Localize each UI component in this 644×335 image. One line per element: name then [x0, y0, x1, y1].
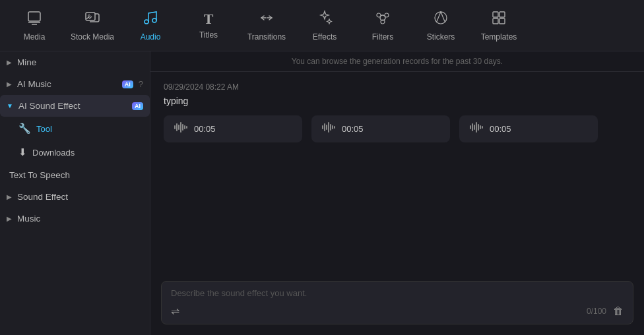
svg-rect-22 [326, 125, 327, 130]
svg-rect-0 [28, 12, 40, 21]
nav-filters[interactable]: Filters [354, 2, 412, 49]
svg-rect-23 [328, 122, 329, 133]
audio-card-3[interactable]: 00:05 [459, 115, 598, 142]
transitions-icon [259, 10, 274, 28]
svg-rect-31 [478, 124, 479, 131]
sound-description-input-box[interactable]: Describe the sound effect you want. ⇌ 0/… [161, 281, 633, 324]
music-chevron: ▶ [7, 215, 12, 222]
audio-icon [143, 10, 158, 28]
svg-rect-15 [178, 125, 179, 130]
ai-sound-effect-label: AI Sound Effect [18, 101, 127, 111]
media-icon [26, 10, 42, 28]
svg-point-6 [377, 13, 381, 17]
sidebar-item-downloads[interactable]: ⬇ Downloads [0, 140, 150, 164]
effects-icon [317, 10, 333, 28]
sidebar-item-tool[interactable]: 🔧 Tool [0, 117, 150, 140]
info-text: You can browse the generation records fo… [292, 57, 503, 66]
input-placeholder: Describe the sound effect you want. [171, 288, 624, 298]
svg-rect-21 [324, 123, 325, 131]
text-to-speech-label: Text To Speech [9, 170, 70, 180]
sidebar-item-mine[interactable]: ▶ Mine [0, 51, 150, 73]
svg-rect-11 [493, 18, 498, 24]
svg-rect-16 [180, 122, 181, 133]
waveform-icon-1 [174, 122, 187, 136]
audio-card-3-duration: 00:05 [490, 124, 511, 134]
stickers-icon [433, 10, 449, 28]
sidebar-item-ai-music[interactable]: ▶ AI Music AI ? [0, 73, 150, 95]
svg-rect-20 [322, 125, 323, 129]
stock-media-icon [84, 10, 100, 28]
nav-stock-media[interactable]: Stock Media [63, 2, 121, 49]
svg-rect-18 [184, 125, 185, 129]
sidebar: ▶ Mine ▶ AI Music AI ? ▼ AI Sound Effect… [0, 51, 150, 335]
nav-titles-label: Titles [199, 30, 218, 40]
nav-stickers-label: Stickers [427, 32, 455, 42]
nav-stickers[interactable]: Stickers [412, 2, 470, 49]
nav-audio-label: Audio [141, 32, 161, 42]
main-panel: You can browse the generation records fo… [150, 51, 644, 335]
svg-rect-1 [86, 13, 95, 20]
nav-effects-label: Effects [313, 32, 337, 42]
sound-effect-chevron: ▶ [7, 193, 12, 200]
mine-chevron: ▶ [7, 59, 12, 66]
timestamp: 09/29/2024 08:22 AM [164, 82, 631, 92]
svg-rect-25 [332, 125, 333, 129]
nav-titles[interactable]: T Titles [179, 2, 238, 49]
nav-audio[interactable]: Audio [121, 2, 179, 49]
audio-card-2[interactable]: 00:05 [311, 115, 450, 142]
ai-sound-chevron: ▼ [7, 102, 13, 109]
ai-sound-badge: AI [132, 102, 143, 110]
audio-card-1-duration: 00:05 [194, 124, 216, 134]
ai-music-label: AI Music [17, 79, 117, 89]
svg-point-2 [88, 15, 90, 16]
sidebar-item-text-to-speech[interactable]: Text To Speech [0, 164, 150, 186]
svg-point-3 [145, 20, 148, 24]
filters-icon [375, 10, 391, 28]
mine-label: Mine [17, 57, 143, 67]
svg-rect-32 [480, 125, 481, 129]
tool-label: Tool [36, 124, 52, 134]
nav-filters-label: Filters [372, 32, 394, 42]
svg-rect-30 [476, 122, 477, 133]
trash-icon[interactable]: 🗑 [613, 305, 624, 317]
svg-rect-14 [176, 123, 177, 131]
templates-icon [491, 10, 507, 28]
svg-rect-33 [482, 126, 483, 129]
info-bar: You can browse the generation records fo… [150, 51, 644, 72]
ai-music-chevron: ▶ [7, 80, 12, 88]
nav-transitions[interactable]: Transitions [238, 2, 296, 49]
ai-music-badge: AI [122, 80, 133, 88]
svg-rect-17 [182, 124, 183, 131]
svg-point-7 [385, 13, 389, 17]
tool-icon: 🔧 [18, 123, 31, 135]
downloads-label: Downloads [32, 148, 75, 158]
audio-cards: 00:05 00:0 [164, 115, 631, 142]
svg-rect-28 [472, 123, 473, 131]
keyword: typing [164, 96, 631, 106]
audio-card-2-duration: 00:05 [342, 124, 364, 134]
svg-rect-29 [474, 125, 475, 130]
nav-transitions-label: Transitions [247, 32, 286, 42]
svg-rect-13 [174, 125, 176, 129]
sidebar-item-music[interactable]: ▶ Music [0, 208, 150, 229]
svg-rect-12 [499, 18, 505, 24]
sidebar-item-ai-sound-effect[interactable]: ▼ AI Sound Effect AI [0, 95, 150, 117]
audio-card-1[interactable]: 00:05 [164, 115, 302, 142]
titles-icon: T [204, 12, 214, 26]
content-area: 09/29/2024 08:22 AM typing [150, 72, 644, 274]
input-footer: ⇌ 0/100 🗑 [171, 305, 624, 317]
nav-effects[interactable]: Effects [296, 2, 354, 49]
nav-media[interactable]: Media [5, 2, 63, 49]
waveform-icon-3 [470, 122, 483, 136]
body: ▶ Mine ▶ AI Music AI ? ▼ AI Sound Effect… [0, 51, 644, 335]
top-nav: Media Stock Media Audio T Titles [0, 0, 644, 51]
music-label: Music [17, 214, 143, 224]
nav-templates[interactable]: Templates [470, 2, 528, 49]
svg-rect-10 [499, 12, 505, 17]
nav-templates-label: Templates [481, 32, 517, 42]
waveform-icon-2 [322, 122, 335, 136]
ai-music-help[interactable]: ? [139, 79, 143, 89]
svg-rect-9 [493, 12, 498, 17]
shuffle-icon[interactable]: ⇌ [171, 305, 179, 317]
sidebar-item-sound-effect[interactable]: ▶ Sound Effect [0, 186, 150, 208]
